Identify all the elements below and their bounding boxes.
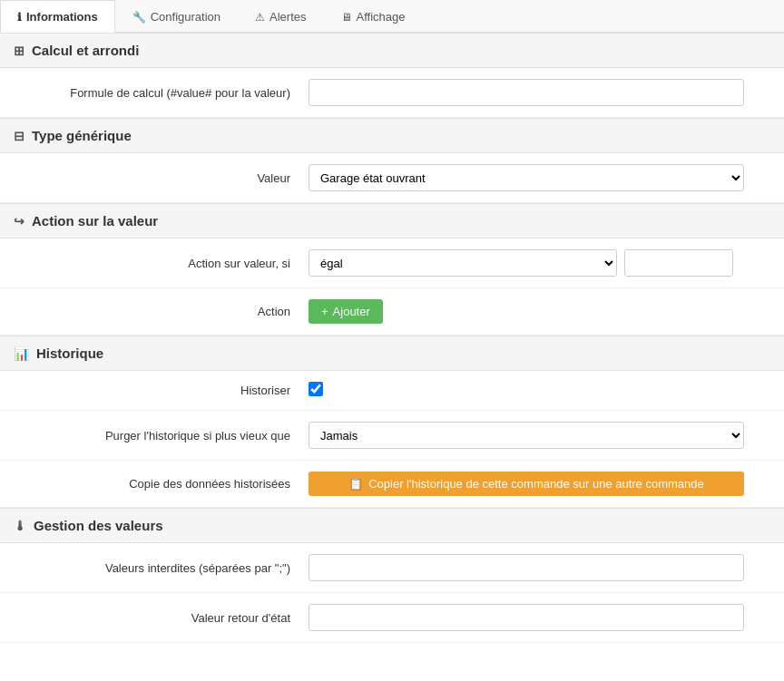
gestion-icon: 🌡	[14, 519, 26, 533]
tab-affichage-label: Affichage	[357, 10, 406, 24]
action-icon: ↪	[14, 214, 24, 229]
section-action-title: Action sur la valeur	[32, 213, 158, 229]
warning-icon: ⚠	[255, 11, 265, 24]
section-type-title: Type générique	[32, 128, 132, 143]
tab-informations[interactable]: ℹ Informations	[0, 0, 115, 33]
valeur-control: Garage état ouvrant	[309, 164, 744, 191]
action-label: Action	[18, 305, 309, 318]
valeur-label: Valeur	[18, 171, 309, 185]
historiser-row: Historiser	[0, 371, 784, 411]
copie-button[interactable]: 📋 Copier l'historique de cette commande …	[309, 472, 744, 496]
section-gestion-title: Gestion des valeurs	[34, 518, 163, 533]
copie-label: Copie des données historisées	[18, 477, 309, 491]
section-calcul-title: Calcul et arrondi	[32, 43, 139, 58]
section-historique-header: 📊 Historique	[0, 336, 784, 371]
tab-alertes-label: Alertes	[270, 10, 306, 24]
valeur-retour-row: Valeur retour d'état	[0, 593, 784, 643]
section-type-header: ⊟ Type générique	[0, 118, 784, 153]
tab-alertes[interactable]: ⚠ Alertes	[238, 0, 323, 33]
historiser-control	[309, 382, 744, 399]
valeur-retour-label: Valeur retour d'état	[18, 611, 309, 625]
purger-row: Purger l'historique si plus vieux que Ja…	[0, 411, 784, 461]
valeurs-interdites-label: Valeurs interdites (séparées par ";")	[18, 561, 309, 575]
copie-control: 📋 Copier l'historique de cette commande …	[309, 472, 744, 496]
type-icon: ⊟	[14, 129, 24, 143]
historiser-checkbox[interactable]	[309, 382, 323, 396]
copie-row: Copie des données historisées 📋 Copier l…	[0, 461, 784, 508]
purger-control: Jamais	[309, 422, 744, 449]
tab-configuration-label: Configuration	[151, 10, 220, 24]
ajouter-label: Ajouter	[333, 305, 370, 318]
valeurs-interdites-row: Valeurs interdites (séparées par ";")	[0, 543, 784, 593]
valeur-retour-input[interactable]	[309, 604, 744, 631]
calcul-icon: ⊞	[14, 44, 24, 58]
historique-icon: 📊	[14, 346, 29, 361]
formule-row: Formule de calcul (#value# pour la valeu…	[0, 68, 784, 118]
valeurs-interdites-control	[309, 554, 744, 581]
section-action-header: ↪ Action sur la valeur	[0, 203, 784, 238]
valeurs-interdites-input[interactable]	[309, 554, 744, 581]
action-si-row: Action sur valeur, si égal	[0, 238, 784, 288]
action-si-control: égal	[309, 249, 744, 277]
valeur-row: Valeur Garage état ouvrant	[0, 153, 784, 203]
section-calcul-header: ⊞ Calcul et arrondi	[0, 33, 784, 68]
ajouter-control: + Ajouter	[309, 299, 744, 324]
valeur-retour-control	[309, 604, 744, 631]
wrench-icon: 🔧	[132, 11, 146, 24]
tab-bar: ℹ Informations 🔧 Configuration ⚠ Alertes…	[0, 0, 784, 33]
action-si-label: Action sur valeur, si	[18, 257, 309, 270]
copie-btn-label: Copier l'historique de cette commande su…	[368, 477, 704, 491]
main-content: ⊞ Calcul et arrondi Formule de calcul (#…	[0, 33, 784, 643]
tab-configuration[interactable]: 🔧 Configuration	[115, 0, 238, 33]
action-si-select[interactable]: égal	[309, 249, 617, 277]
formule-control	[309, 79, 744, 106]
formule-label: Formule de calcul (#value# pour la valeu…	[18, 86, 309, 100]
historiser-label: Historiser	[18, 384, 309, 397]
valeur-select[interactable]: Garage état ouvrant	[309, 164, 744, 191]
display-icon: 🖥	[341, 11, 352, 24]
section-historique-title: Historique	[36, 345, 103, 361]
purger-select[interactable]: Jamais	[309, 422, 744, 449]
action-ajouter-row: Action + Ajouter	[0, 288, 784, 336]
formule-input[interactable]	[309, 79, 744, 106]
info-icon: ℹ	[17, 11, 22, 24]
copie-icon: 📋	[348, 477, 363, 491]
plus-icon: +	[321, 305, 328, 318]
ajouter-button[interactable]: + Ajouter	[309, 299, 383, 324]
purger-label: Purger l'historique si plus vieux que	[18, 429, 309, 443]
action-si-value-input[interactable]	[624, 249, 733, 277]
section-gestion-header: 🌡 Gestion des valeurs	[0, 508, 784, 543]
tab-affichage[interactable]: 🖥 Affichage	[324, 0, 423, 33]
tab-informations-label: Informations	[26, 10, 98, 24]
